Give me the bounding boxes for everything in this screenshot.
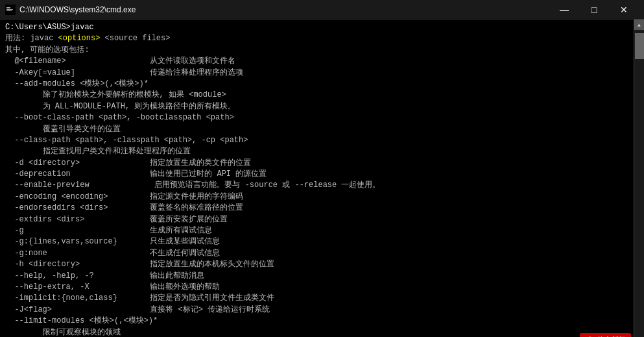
terminal-output[interactable]: C:\Users\ASUS>javac 用法: javac <options> … [0,19,634,337]
scroll-track[interactable] [634,30,644,337]
close-button[interactable]: ✕ [609,0,639,19]
cmd-window: C:\WINDOWS\system32\cmd.exe — □ ✕ C:\Use… [0,0,644,337]
cmd-icon [5,5,16,15]
notification-badge[interactable]: 热点新闻 [580,333,631,337]
minimize-button[interactable]: — [549,0,579,19]
scroll-thumb[interactable] [635,33,644,59]
svg-rect-2 [6,9,13,10]
window-controls: — □ ✕ [549,0,639,19]
title-bar: C:\WINDOWS\system32\cmd.exe — □ ✕ [0,0,644,19]
restore-button[interactable]: □ [579,0,609,19]
content-wrapper: C:\Users\ASUS>javac 用法: javac <options> … [0,19,644,337]
window-title: C:\WINDOWS\system32\cmd.exe [19,5,549,14]
svg-rect-3 [6,10,12,11]
scrollbar[interactable]: ▲ ▼ [634,19,644,337]
scroll-up-button[interactable]: ▲ [634,19,645,30]
svg-rect-1 [6,7,10,8]
